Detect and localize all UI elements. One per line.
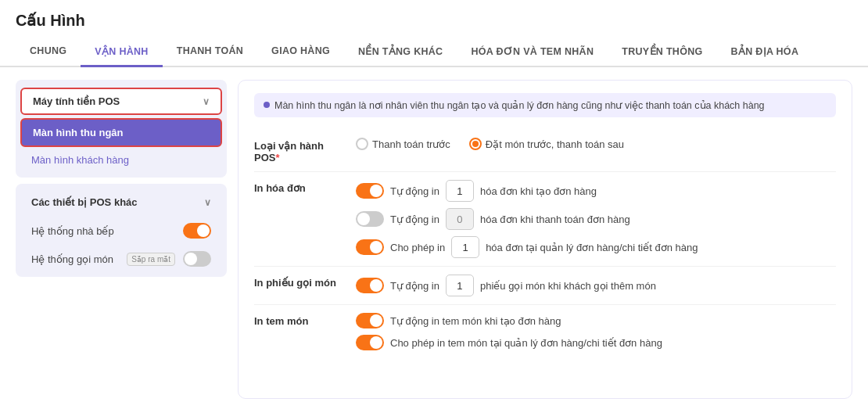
sidebar: Máy tính tiền POS ∨ Màn hình thu ngân Mà…	[16, 80, 227, 399]
sidebar-section-other: Các thiết bị POS khác ∨ Hệ thống nhà bếp…	[16, 184, 227, 277]
option-row-in-hoa-don-2: Tự động in hóa đơn khi thanh toán đơn hà…	[356, 208, 836, 230]
label-tu-dong-in-1: Tự động in	[390, 185, 439, 197]
sidebar-row-nha-bep: Hệ thống nhà bếp	[20, 217, 222, 244]
right-panel: Màn hình thu ngân là nơi nhân viên thu n…	[238, 80, 852, 399]
config-options-loai-van-hanh: Thanh toán trước Đặt món trước, thanh to…	[356, 138, 836, 150]
label-tu-dong-in-phieu: Tự động in	[390, 280, 439, 292]
label-cho-phep-in-tem: Cho phép in tem món tại quản lý đơn hàng…	[390, 337, 662, 349]
config-options-in-tem-mon: Tự động in tem món khi tạo đơn hàng Cho …	[356, 313, 836, 350]
tab-truyen-thong[interactable]: TRUYỀN THÔNG	[608, 38, 716, 67]
config-label-loai-van-hanh: Loại vận hành POS*	[254, 138, 348, 163]
config-label-in-tem-mon: In tem món	[254, 313, 348, 327]
radio-thanh-toan-truoc[interactable]: Thanh toán trước	[356, 138, 450, 150]
config-row-loai-van-hanh: Loại vận hành POS* Thanh toán trước Đặt …	[254, 130, 836, 172]
sidebar-section-pos: Máy tính tiền POS ∨ Màn hình thu ngân Mà…	[16, 80, 227, 178]
option-row-radio: Thanh toán trước Đặt món trước, thanh to…	[356, 138, 836, 150]
toggle-in-hoa-don-3[interactable]	[356, 239, 384, 255]
chevron-down-icon: ∨	[203, 96, 210, 107]
config-label-in-hoa-don: In hóa đơn	[254, 180, 348, 194]
sidebar-item-man-hinh-khach-hang[interactable]: Màn hình khách hàng	[20, 149, 222, 171]
toggle-nha-bep[interactable]	[183, 223, 211, 239]
sidebar-nha-bep-label: Hệ thống nhà bếp	[31, 225, 114, 237]
tab-thanh-toan[interactable]: THANH TOÁN	[163, 38, 257, 67]
option-row-in-hoa-don-3: Cho phép in hóa đơn tại quản lý đơn hàng…	[356, 236, 836, 258]
label-tu-dong-in-tem: Tự động in tem món khi tạo đơn hàng	[390, 315, 561, 327]
option-row-in-tem-2: Cho phép in tem món tại quản lý đơn hàng…	[356, 335, 836, 350]
info-bar-text: Màn hình thu ngân là nơi nhân viên thu n…	[274, 99, 765, 111]
label-hoa-don-1: hóa đơn khi tạo đơn hàng	[480, 185, 597, 197]
option-row-in-tem-1: Tự động in tem món khi tạo đơn hàng	[356, 313, 836, 328]
tab-hoa-don[interactable]: HÓA ĐƠN VÀ TEM NHÃN	[457, 38, 608, 67]
sidebar-item-label: Màn hình thu ngân	[33, 127, 124, 138]
radio-circle-dat-mon-truoc	[469, 138, 482, 150]
input-count-in-hoa-don-2[interactable]	[446, 208, 474, 230]
radio-dat-mon-truoc[interactable]: Đặt món trước, thanh toán sau	[469, 138, 624, 150]
input-count-in-phieu[interactable]	[446, 275, 474, 296]
chevron-down-icon: ∨	[204, 197, 211, 208]
toggle-in-tem-1[interactable]	[356, 313, 384, 328]
sidebar-row-goi-mon: Hệ thống gọi món Sắp ra mắt	[20, 246, 222, 272]
toggle-in-hoa-don-1[interactable]	[356, 183, 384, 199]
label-hoa-don-3: hóa đơn tại quản lý đơn hàng/chi tiết đơ…	[486, 242, 698, 253]
option-row-in-hoa-don-1: Tự động in hóa đơn khi tạo đơn hàng	[356, 180, 836, 202]
radio-circle-thanh-toan-truoc	[356, 138, 368, 150]
main-content: Máy tính tiền POS ∨ Màn hình thu ngân Mà…	[0, 67, 868, 411]
tab-chung[interactable]: CHUNG	[16, 38, 81, 67]
sidebar-group-pos-header[interactable]: Máy tính tiền POS ∨	[20, 88, 222, 115]
badge-soon: Sắp ra mắt	[127, 253, 175, 266]
page-container: Cấu Hình CHUNGVẬN HÀNHTHANH TOÁNGIAO HÀN…	[0, 0, 868, 420]
config-label-in-phieu-goi-mon: In phiếu gọi món	[254, 275, 348, 289]
sidebar-group-pos-label: Máy tính tiền POS	[33, 95, 120, 107]
info-bar: Màn hình thu ngân là nơi nhân viên thu n…	[254, 93, 836, 117]
config-row-in-hoa-don: In hóa đơn Tự động in hóa đơn khi tạo đơ…	[254, 172, 836, 267]
sidebar-goi-mon-label: Hệ thống gọi món	[31, 253, 113, 265]
input-count-in-hoa-don-1[interactable]	[446, 180, 474, 202]
input-count-in-hoa-don-3[interactable]	[451, 236, 479, 258]
label-phieu-goi-mon: phiếu gọi món khi khách gọi thêm món	[480, 280, 656, 292]
tab-giao-hang[interactable]: GIAO HÀNG	[257, 38, 344, 67]
config-row-in-tem-mon: In tem món Tự động in tem món khi tạo đơ…	[254, 305, 836, 358]
radio-label-dat-mon-truoc: Đặt món trước, thanh toán sau	[486, 138, 624, 150]
config-options-in-phieu-goi-mon: Tự động in phiếu gọi món khi khách gọi t…	[356, 275, 836, 296]
tab-van-hanh[interactable]: VẬN HÀNH	[81, 38, 162, 67]
sidebar-item-label: Màn hình khách hàng	[31, 154, 129, 166]
required-star: *	[275, 152, 279, 163]
label-hoa-don-2: hóa đơn khi thanh toán đơn hàng	[480, 214, 630, 225]
label-cho-phep-in-1: Cho phép in	[390, 242, 445, 253]
sidebar-item-man-hinh-thu-ngan[interactable]: Màn hình thu ngân	[20, 118, 222, 147]
sidebar-group-other-header[interactable]: Các thiết bị POS khác ∨	[20, 190, 222, 214]
config-options-in-hoa-don: Tự động in hóa đơn khi tạo đơn hàng Tự đ…	[356, 180, 836, 258]
info-dot-icon	[264, 102, 270, 108]
sidebar-group-other-label: Các thiết bị POS khác	[31, 196, 138, 208]
label-tu-dong-in-2: Tự động in	[390, 214, 439, 225]
toggle-in-tem-2[interactable]	[356, 335, 384, 350]
toggle-in-phieu-1[interactable]	[356, 278, 384, 293]
option-row-in-phieu-1: Tự động in phiếu gọi món khi khách gọi t…	[356, 275, 836, 296]
radio-label-thanh-toan-truoc: Thanh toán trước	[372, 138, 450, 150]
toggle-in-hoa-don-2[interactable]	[356, 211, 384, 227]
tabs-bar: CHUNGVẬN HÀNHTHANH TOÁNGIAO HÀNGNỀN TẢNG…	[0, 38, 868, 67]
tab-nen-tang-khac[interactable]: NỀN TẢNG KHÁC	[344, 38, 457, 67]
config-row-in-phieu-goi-mon: In phiếu gọi món Tự động in phiếu gọi mó…	[254, 267, 836, 305]
page-title: Cấu Hình	[0, 0, 868, 38]
toggle-goi-mon[interactable]	[183, 251, 211, 267]
tab-ban-dia-hoa[interactable]: BẢN ĐỊA HÓA	[717, 38, 813, 67]
